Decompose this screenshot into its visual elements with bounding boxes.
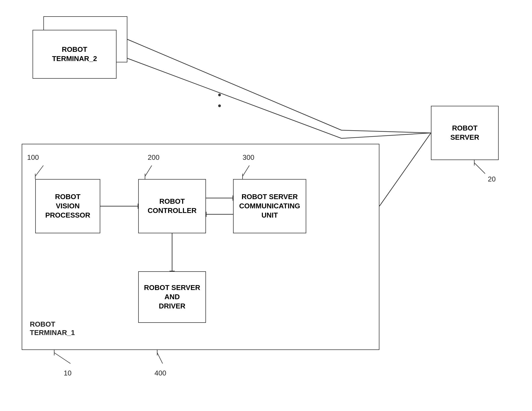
refnum-20: 20 [488, 175, 496, 183]
robot-server-label: ROBOTSERVER [450, 124, 479, 142]
vision-processor-label: ROBOTVISIONPROCESSOR [45, 192, 90, 220]
refnum-300: 300 [243, 153, 254, 162]
svg-line-1 [117, 54, 341, 138]
box-terminal-2: ROBOTTERMINAR_2 [33, 30, 117, 79]
comm-unit-label: ROBOT SERVERCOMMUNICATINGUNIT [239, 192, 300, 220]
diagram-container: ROBOTTERMINAR_n ROBOTTERMINAR_2 ROBOTSER… [0, 0, 532, 411]
svg-line-0 [127, 39, 341, 130]
terminal-2-label: ROBOTTERMINAR_2 [52, 45, 97, 63]
svg-line-25 [157, 353, 163, 364]
refnum-100: 100 [27, 153, 39, 162]
controller-label: ROBOTCONTROLLER [148, 197, 197, 215]
box-robot-server: ROBOTSERVER [431, 106, 499, 160]
box-driver: ROBOT SERVERANDDRIVER [138, 271, 206, 323]
svg-point-5 [218, 104, 221, 107]
svg-line-3 [341, 133, 431, 138]
refnum-200: 200 [148, 153, 159, 162]
driver-label: ROBOT SERVERANDDRIVER [144, 283, 200, 311]
refnum-10: 10 [64, 369, 72, 377]
svg-line-2 [341, 130, 431, 133]
svg-line-23 [54, 353, 70, 364]
refnum-400: 400 [154, 369, 166, 377]
svg-line-27 [474, 163, 485, 174]
box-comm-unit: ROBOT SERVERCOMMUNICATINGUNIT [233, 179, 306, 233]
box-controller: ROBOTCONTROLLER [138, 179, 206, 233]
svg-line-6 [379, 133, 431, 206]
box-vision-processor: ROBOTVISIONPROCESSOR [35, 179, 100, 233]
svg-point-4 [218, 94, 221, 96]
terminar1-label: ROBOTTERMINAR_1 [30, 320, 75, 337]
